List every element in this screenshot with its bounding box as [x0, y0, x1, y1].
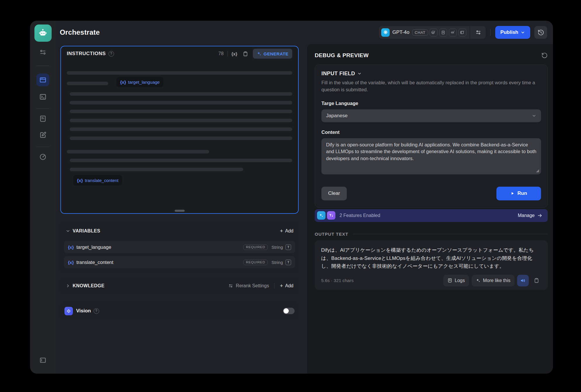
sidebar	[30, 21, 56, 374]
debug-preview-title: DEBUG & PREVIEW	[315, 52, 369, 59]
openai-logo-icon: ❋	[381, 28, 390, 37]
vision-title: Vision	[76, 308, 91, 314]
history-icon[interactable]	[534, 26, 547, 39]
text-to-speech-feature-icon	[327, 211, 335, 220]
target-language-select[interactable]: Japanese	[321, 109, 541, 122]
variable-symbol: {x}	[120, 80, 126, 85]
variable-name: translate_content	[76, 260, 113, 265]
reset-icon[interactable]	[541, 52, 548, 59]
terminal-icon[interactable]	[36, 90, 49, 103]
add-label: Add	[285, 283, 293, 288]
target-language-value: Japanese	[326, 113, 348, 119]
help-icon[interactable]: ?	[94, 308, 99, 314]
topbar: Orchestrate ❋ GPT-4o CHAT	[56, 21, 553, 44]
document-log-icon[interactable]	[36, 112, 49, 125]
copy-icon[interactable]	[243, 51, 248, 57]
add-variable-button[interactable]: + Add	[280, 228, 293, 234]
edit-square-icon[interactable]	[36, 129, 49, 141]
sparkles-feature-icon	[317, 211, 326, 220]
divider	[470, 26, 470, 39]
variable-type: String	[272, 245, 283, 250]
sliders-icon	[228, 283, 233, 288]
knowledge-title: KNOWLEDGE	[73, 283, 104, 288]
features-bar: 2 Features Enabled Manage	[315, 209, 548, 222]
sliders-icon[interactable]	[36, 46, 49, 59]
required-badge: REQUIRED	[243, 260, 268, 265]
variable-symbol: {x}	[68, 260, 74, 265]
content-label: Content	[321, 130, 541, 135]
variable-symbol: {x}	[77, 178, 83, 183]
rerank-label: Rerank Settings	[236, 283, 269, 288]
add-knowledge-button[interactable]: + Add	[280, 283, 293, 289]
document-capability-icon	[439, 29, 447, 36]
variable-row[interactable]: {x} target_language REQUIRED String T	[64, 241, 295, 253]
plus-icon: +	[280, 283, 283, 289]
variable-chip-label: translate_content	[85, 178, 118, 183]
robot-app-icon[interactable]	[34, 24, 52, 42]
browser-window-icon[interactable]	[36, 74, 49, 86]
content-textarea[interactable]: Dify is an open-source platform for buil…	[321, 138, 541, 174]
knowledge-section: KNOWLEDGE Rerank Settings + A	[60, 278, 299, 294]
string-type-icon[interactable]: T	[286, 260, 291, 265]
string-type-icon[interactable]: T	[286, 244, 291, 250]
instructions-title: INSTRUCTIONS	[67, 51, 106, 57]
divider	[490, 29, 491, 36]
vision-section: Vision ?	[60, 303, 299, 319]
target-language-label: Targe Language	[321, 101, 541, 106]
variable-type: String	[272, 260, 283, 265]
model-params-icon[interactable]	[473, 27, 483, 37]
manage-features-button[interactable]: Manage	[518, 213, 545, 218]
vision-toggle[interactable]	[283, 308, 295, 314]
output-stats: 5.6s · 321 chars	[321, 278, 354, 283]
model-selector[interactable]: ❋ GPT-4o CHAT	[379, 26, 485, 39]
prompt-skeleton: {x} target_language	[67, 61, 292, 213]
generate-button[interactable]: GENERATE	[253, 49, 292, 59]
arrow-right-icon	[537, 213, 542, 218]
variable-row[interactable]: {x} translate_content REQUIRED String T	[64, 256, 295, 268]
help-icon[interactable]: ?	[108, 51, 114, 57]
instructions-editor[interactable]: INSTRUCTIONS ? 78 {x}	[60, 46, 299, 214]
manage-label: Manage	[518, 213, 535, 218]
more-like-this-button[interactable]: More like this	[472, 275, 514, 286]
variable-chip-label: target_language	[128, 80, 160, 85]
required-badge: REQUIRED	[243, 244, 268, 250]
copy-output-icon[interactable]	[531, 275, 541, 286]
insert-variable-icon[interactable]: {x}	[232, 51, 237, 56]
speaker-icon[interactable]	[517, 275, 529, 286]
clear-button[interactable]: Clear	[321, 187, 347, 200]
logs-button[interactable]: Logs	[443, 275, 469, 286]
chevron-right-icon[interactable]	[66, 284, 70, 288]
screen: Orchestrate ❋ GPT-4o CHAT	[0, 0, 581, 392]
collapse-sidebar-icon[interactable]	[36, 354, 49, 367]
chevron-down-icon	[521, 30, 525, 35]
variable-chip-translate-content[interactable]: {x} translate_content	[73, 175, 122, 186]
model-mode-badge: CHAT	[412, 29, 428, 36]
divider	[36, 147, 49, 147]
input-field-header[interactable]: INPUT FIELD	[321, 71, 541, 77]
chevron-down-icon	[532, 113, 536, 118]
publish-button[interactable]: Publish	[495, 26, 530, 39]
model-name: GPT-4o	[392, 29, 410, 35]
audio-capability-icon	[449, 29, 457, 36]
output-text-label: OUTPUT TEXT	[315, 232, 348, 237]
divider	[228, 51, 228, 56]
output-text: Difyは、AIアプリケーションを構築するためのオープンソースプラットフォームで…	[321, 246, 541, 270]
logs-icon	[447, 278, 452, 283]
debug-preview-panel: DEBUG & PREVIEW INPUT FIELD	[307, 44, 553, 374]
vision-capability-icon	[430, 29, 438, 36]
divider	[36, 108, 49, 109]
variable-chip-target-language[interactable]: {x} target_language	[116, 77, 163, 87]
run-button[interactable]: Run	[496, 187, 541, 200]
variable-symbol: {x}	[68, 245, 74, 250]
rerank-settings-button[interactable]: Rerank Settings	[228, 283, 269, 288]
input-field-card: INPUT FIELD Fill in the value of the var…	[315, 64, 548, 208]
gauge-icon[interactable]	[36, 150, 49, 163]
input-field-title: INPUT FIELD	[321, 71, 355, 77]
run-label: Run	[517, 190, 527, 196]
sparkles-icon	[476, 278, 481, 283]
chevron-down-icon[interactable]	[66, 229, 70, 233]
sparkles-icon	[257, 51, 262, 56]
input-field-description: Fill in the value of the variable, which…	[321, 79, 541, 93]
resize-handle[interactable]	[175, 210, 185, 212]
variables-title: VARIABLES	[73, 228, 100, 234]
